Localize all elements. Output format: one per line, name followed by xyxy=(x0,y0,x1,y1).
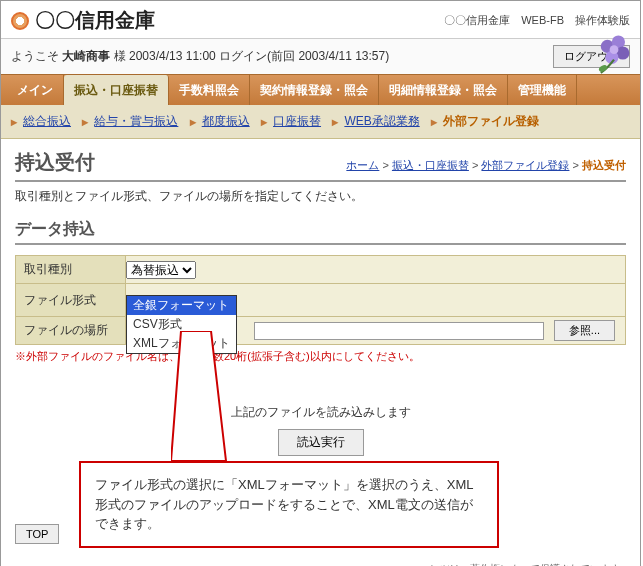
welcome-text: ようこそ 大崎商事 様 2003/4/13 11:00 ログイン(前回 2003… xyxy=(11,48,389,65)
execute-button[interactable]: 読込実行 xyxy=(278,429,364,456)
tab-contract[interactable]: 契約情報登録・照会 xyxy=(250,75,379,105)
svg-point-4 xyxy=(610,45,619,54)
subnav-tsudo[interactable]: 都度振込 xyxy=(202,113,250,130)
top-button[interactable]: TOP xyxy=(15,524,59,544)
section-title: データ持込 xyxy=(15,219,626,245)
bc-l2[interactable]: 外部ファイル登録 xyxy=(481,159,569,171)
subnav-current: 外部ファイル登録 xyxy=(443,113,539,130)
action-label: 上記のファイルを読み込みします xyxy=(15,404,626,421)
label-file-format: ファイル形式 xyxy=(16,284,126,317)
bank-logo-icon xyxy=(11,12,29,30)
arrow-icon: ▸ xyxy=(261,115,267,129)
option-zengin[interactable]: 全銀フォーマット xyxy=(127,296,236,315)
file-name-note: ※外部ファイルのファイル名は、半角英数20桁(拡張子含む)以内にしてください。 xyxy=(15,349,626,364)
footer-copyright: ンツは、著作権によって保護されています。 xyxy=(1,558,640,566)
instruction-text: 取引種別とファイル形式、ファイルの場所を指定してください。 xyxy=(15,188,626,205)
arrow-icon: ▸ xyxy=(11,115,17,129)
tab-detail[interactable]: 明細情報登録・照会 xyxy=(379,75,508,105)
label-file-location: ファイルの場所 xyxy=(16,317,126,345)
arrow-icon: ▸ xyxy=(332,115,338,129)
callout-arrow-icon xyxy=(171,331,251,471)
tab-admin[interactable]: 管理機能 xyxy=(508,75,577,105)
tab-main[interactable]: メイン xyxy=(7,75,64,105)
subnav-sougou[interactable]: 総合振込 xyxy=(23,113,71,130)
subnav-kouza[interactable]: 口座振替 xyxy=(273,113,321,130)
subnav-web[interactable]: WEB承認業務 xyxy=(344,113,419,130)
form-table: 取引種別 為替振込 ファイル形式 全銀フォーマット CSV形式 XMLフォーマッ… xyxy=(15,255,626,345)
subnav-kyuyo[interactable]: 給与・賞与振込 xyxy=(94,113,178,130)
page-title: 持込受付 xyxy=(15,149,95,176)
file-path-input[interactable] xyxy=(254,322,544,340)
bank-name: 〇〇信用金庫 xyxy=(35,7,155,34)
bc-home[interactable]: ホーム xyxy=(346,159,379,171)
bc-l1[interactable]: 振込・口座振替 xyxy=(392,159,469,171)
label-transaction-type: 取引種別 xyxy=(16,256,126,284)
tab-fee[interactable]: 手数料照会 xyxy=(169,75,250,105)
main-tabs: メイン 振込・口座振替 手数料照会 契約情報登録・照会 明細情報登録・照会 管理… xyxy=(1,74,640,105)
system-title: 〇〇信用金庫 WEB-FB 操作体験版 xyxy=(444,13,630,28)
callout-box: ファイル形式の選択に「XMLフォーマット」を選択のうえ、XML形式のファイルのア… xyxy=(79,461,499,548)
svg-marker-6 xyxy=(171,331,226,461)
browse-button[interactable]: 参照... xyxy=(554,320,615,341)
transaction-type-select[interactable]: 為替振込 xyxy=(126,261,196,279)
breadcrumb: ホーム > 振込・口座振替 > 外部ファイル登録 > 持込受付 xyxy=(346,158,626,173)
arrow-icon: ▸ xyxy=(190,115,196,129)
arrow-icon: ▸ xyxy=(82,115,88,129)
tab-transfer[interactable]: 振込・口座振替 xyxy=(64,75,169,105)
bc-current: 持込受付 xyxy=(582,159,626,171)
arrow-icon: ▸ xyxy=(431,115,437,129)
flower-decoration-icon xyxy=(592,31,636,75)
sub-nav: ▸総合振込 ▸給与・賞与振込 ▸都度振込 ▸口座振替 ▸WEB承認業務 ▸外部フ… xyxy=(1,105,640,139)
